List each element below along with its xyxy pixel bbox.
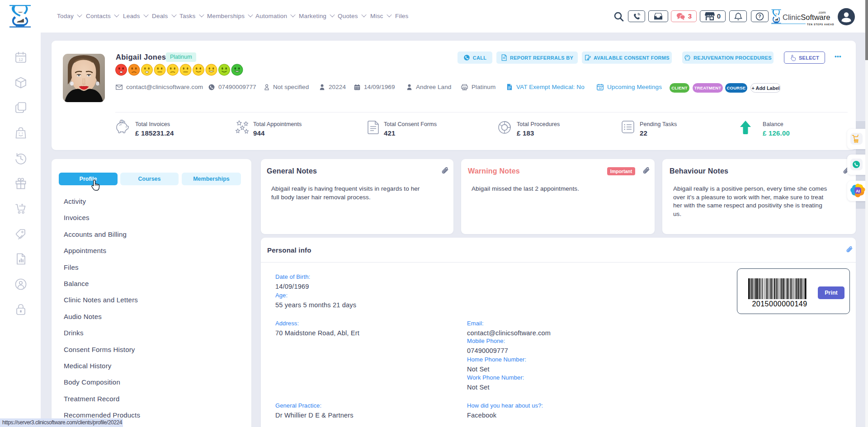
svg-text:12: 12 — [599, 86, 602, 89]
svg-text:$: $ — [121, 120, 123, 123]
svg-text:.com: .com — [818, 10, 826, 14]
svg-text:12: 12 — [19, 57, 23, 62]
svg-text:?: ? — [758, 14, 761, 19]
svg-text:TEN STEPS AHEAD: TEN STEPS AHEAD — [807, 23, 834, 26]
svg-text:AI: AI — [856, 189, 860, 193]
